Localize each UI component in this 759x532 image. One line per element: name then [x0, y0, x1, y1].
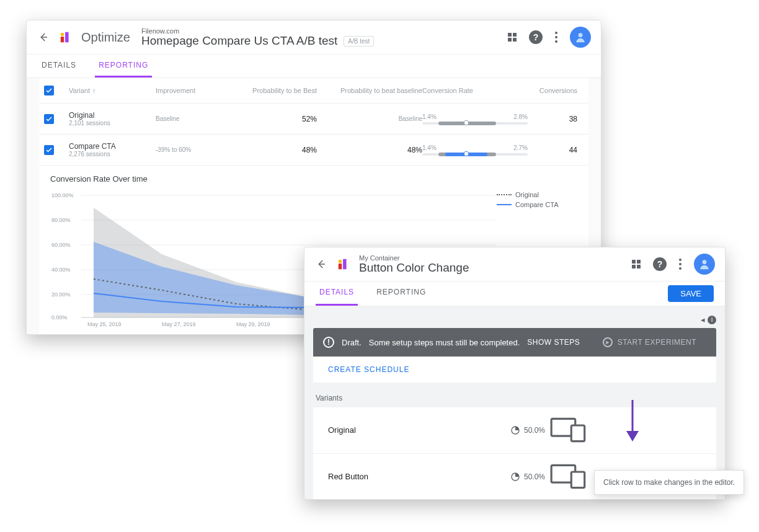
svg-rect-29 — [571, 472, 584, 488]
user-avatar[interactable] — [570, 27, 591, 48]
variant-sessions: 2,276 sessions — [69, 151, 156, 157]
prob-baseline-value: 48% — [317, 146, 422, 154]
table-header-row: Variant↑ Improvement Probability to be B… — [39, 78, 588, 104]
legend-swatch-original — [497, 194, 512, 195]
tab-details[interactable]: DETAILS — [38, 55, 80, 78]
row-checkbox[interactable] — [44, 114, 54, 124]
alert-icon: ! — [323, 337, 334, 348]
status-bar: ! Draft. Some setup steps must still be … — [313, 328, 716, 357]
col-prob-baseline[interactable]: Probability to beat baseline — [317, 87, 422, 94]
variant-name: Original — [69, 111, 156, 120]
more-menu-icon[interactable] — [555, 32, 557, 43]
user-avatar[interactable] — [694, 254, 715, 275]
variant-weight[interactable]: 50.0% — [502, 472, 545, 482]
svg-text:80.00%: 80.00% — [51, 217, 71, 223]
container-name[interactable]: My Container — [359, 254, 469, 262]
weight-icon — [510, 472, 520, 482]
table-row[interactable]: Original 2,101 sessions Baseline 52% Bas… — [39, 104, 588, 135]
svg-point-3 — [579, 33, 583, 37]
variant-name: Original — [328, 425, 497, 435]
info-icon[interactable]: i — [708, 316, 716, 324]
show-steps-button[interactable]: SHOW STEPS — [527, 338, 580, 347]
experiment-title: Button Color Change — [359, 262, 469, 275]
legend-label-compare: Compare CTA — [515, 201, 558, 208]
status-more-icon[interactable] — [704, 337, 706, 348]
svg-point-22 — [339, 260, 342, 264]
header: Optimize Filenow.com Homepage Compare Us… — [27, 20, 601, 55]
improvement-value: -39% to 60% — [156, 146, 224, 153]
conversions-value: 38 — [528, 115, 577, 123]
tab-reporting[interactable]: REPORTING — [373, 282, 430, 306]
svg-rect-1 — [65, 32, 69, 43]
chart-title: Conversion Rate Over time — [39, 166, 588, 186]
tab-details[interactable]: DETAILS — [316, 282, 358, 306]
svg-text:May 25, 2019: May 25, 2019 — [87, 321, 122, 327]
back-button[interactable] — [314, 257, 328, 271]
optimize-logo-icon — [59, 30, 73, 44]
status-message: Some setup steps must still be completed… — [369, 338, 520, 347]
editor-hint-tooltip: Click row to make changes in the editor. — [594, 470, 744, 495]
improvement-value: Baseline — [156, 115, 224, 122]
variant-row[interactable]: Original 50.0% — [313, 407, 716, 454]
panel-collapse-indicator[interactable]: ◂i — [313, 315, 716, 328]
variants-table: Variant↑ Improvement Probability to be B… — [39, 78, 588, 166]
col-variant[interactable]: Variant↑ — [69, 87, 156, 94]
weight-icon — [510, 425, 520, 435]
conversions-value: 44 — [528, 146, 577, 154]
header: My Container Button Color Change ? — [304, 247, 725, 282]
svg-rect-20 — [339, 264, 342, 269]
legend-label-original: Original — [515, 191, 539, 198]
variants-section-label: Variants — [316, 394, 716, 402]
svg-point-23 — [703, 260, 707, 264]
optimize-details-panel: My Container Button Color Change ? DETAI… — [304, 247, 726, 500]
preview-devices-icon[interactable] — [550, 416, 587, 445]
optimize-logo-icon — [337, 257, 350, 271]
variant-name: Red Button — [328, 472, 497, 481]
select-all-checkbox[interactable] — [44, 86, 54, 95]
svg-text:40.00%: 40.00% — [51, 267, 71, 273]
apps-icon[interactable] — [508, 33, 517, 42]
tab-reporting[interactable]: REPORTING — [95, 55, 152, 78]
start-experiment-button[interactable]: START EXPERIMENT — [603, 337, 696, 347]
preview-devices-icon[interactable] — [550, 463, 587, 491]
experiment-title-text: Homepage Compare Us CTA A/B test — [141, 35, 337, 48]
prob-best-value: 48% — [224, 146, 317, 154]
apps-icon[interactable] — [632, 260, 641, 268]
svg-point-2 — [61, 33, 64, 37]
variant-name: Compare CTA — [69, 142, 156, 151]
conversion-range: 1.4%2.8% — [422, 113, 528, 125]
svg-text:60.00%: 60.00% — [51, 242, 71, 248]
help-icon[interactable]: ? — [529, 30, 543, 44]
svg-rect-26 — [571, 425, 584, 441]
svg-rect-0 — [61, 37, 64, 42]
table-row[interactable]: Compare CTA 2,276 sessions -39% to 60% 4… — [39, 135, 588, 166]
row-checkbox[interactable] — [44, 145, 54, 155]
tabs: DETAILS REPORTING — [27, 55, 601, 78]
tabs: DETAILS REPORTING SAVE — [304, 282, 725, 306]
more-menu-icon[interactable] — [679, 259, 681, 270]
col-conversions[interactable]: Conversions — [528, 87, 577, 94]
help-icon[interactable]: ? — [653, 257, 667, 271]
svg-text:May 27, 2019: May 27, 2019 — [162, 321, 196, 327]
prob-best-value: 52% — [224, 115, 317, 123]
experiment-title: Homepage Compare Us CTA A/B test A/B tes… — [141, 35, 374, 48]
variant-weight[interactable]: 50.0% — [502, 425, 545, 435]
svg-text:100.00%: 100.00% — [51, 192, 74, 198]
col-improvement[interactable]: Improvement — [156, 87, 224, 94]
svg-rect-21 — [343, 259, 347, 270]
brand-name: Optimize — [81, 30, 130, 45]
container-name[interactable]: Filenow.com — [141, 27, 374, 35]
variant-sessions: 2,101 sessions — [69, 120, 156, 126]
prob-baseline-value: Baseline — [317, 115, 422, 122]
experiment-type-badge: A/B test — [344, 36, 374, 47]
legend-swatch-compare — [497, 204, 512, 205]
svg-text:0.00%: 0.00% — [51, 314, 68, 321]
col-prob-best[interactable]: Probability to be Best — [224, 87, 317, 94]
svg-text:20.00%: 20.00% — [51, 291, 71, 298]
save-button[interactable]: SAVE — [668, 285, 714, 302]
back-button[interactable] — [37, 30, 50, 44]
col-conversion-rate[interactable]: Conversion Rate — [422, 87, 528, 94]
play-icon — [603, 337, 613, 347]
create-schedule-button[interactable]: CREATE SCHEDULE — [313, 357, 716, 383]
status-draft: Draft. — [342, 338, 362, 347]
